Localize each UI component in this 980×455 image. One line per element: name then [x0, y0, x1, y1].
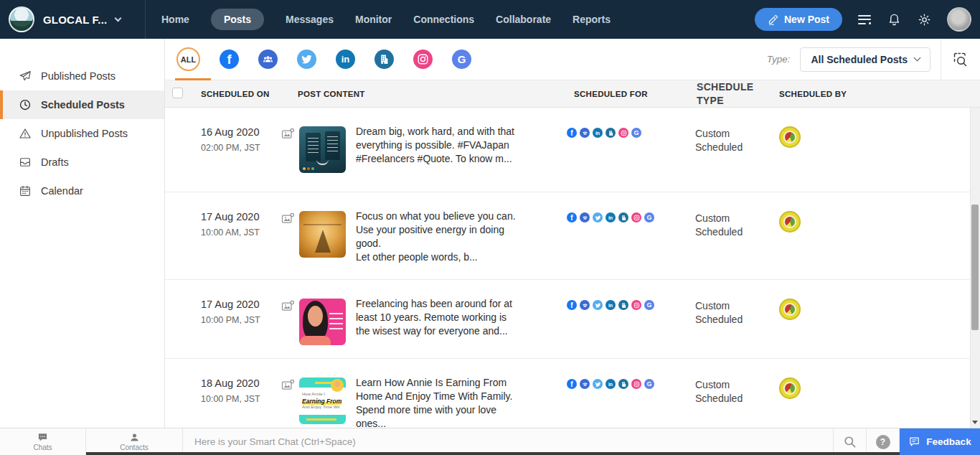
nav-posts[interactable]: Posts	[211, 9, 264, 30]
scrollbar-track[interactable]	[970, 108, 980, 428]
post-content-text[interactable]: Dream big, work hard, and with that ever…	[356, 125, 519, 166]
type-filter-area: Type: All Scheduled Posts	[767, 39, 970, 80]
type-dropdown[interactable]: All Scheduled Posts	[800, 47, 930, 72]
contacts-tab[interactable]: Contacts	[86, 428, 183, 455]
column-header-schedule-type: SCHEDULE TYPE	[695, 80, 778, 108]
column-header-post-content: POST CONTENT	[296, 90, 567, 98]
divider	[941, 39, 941, 80]
nav-monitor[interactable]: Monitor	[355, 14, 392, 25]
chats-tab[interactable]: Chats	[0, 428, 86, 455]
activity-log-icon[interactable]	[858, 15, 871, 24]
post-content-text[interactable]: Freelancing has been around for at least…	[356, 297, 519, 338]
nav-connections[interactable]: Connections	[413, 14, 474, 25]
facebook-icon	[567, 128, 577, 138]
post-thumbnail[interactable]	[299, 299, 346, 345]
post-thumbnail[interactable]	[299, 126, 346, 173]
search-posts-icon[interactable]	[951, 50, 970, 69]
help-button[interactable]	[867, 428, 900, 455]
facebook-group-icon	[580, 128, 590, 138]
sidebar-item-unpublished-posts[interactable]: Unpublished Posts	[0, 119, 164, 148]
smart-chat-input[interactable]	[193, 436, 833, 448]
facebook-group-icon[interactable]	[258, 50, 278, 69]
navbar-actions: New Post	[755, 7, 971, 32]
linkedin-icon[interactable]	[336, 50, 355, 69]
brand-name: GLOCAL F...	[43, 14, 107, 26]
post-thumbnail[interactable]	[299, 211, 346, 258]
post-content-text[interactable]: Focus on what you believe you can. Use y…	[356, 210, 519, 264]
nav-collaborate[interactable]: Collaborate	[496, 14, 551, 25]
post-row[interactable]: 17 Aug 2020 10:00 AM, JST Focus on what …	[165, 192, 980, 279]
linkedin-company-icon	[606, 128, 616, 138]
network-tabs: ALL	[176, 47, 471, 71]
post-content-text[interactable]: Learn How Annie Is Earning From Home And…	[356, 376, 519, 428]
instagram-icon[interactable]	[413, 50, 433, 69]
feedback-button[interactable]: Feedback	[900, 428, 980, 455]
new-post-button[interactable]: New Post	[755, 8, 842, 31]
select-all-checkbox[interactable]	[172, 88, 183, 98]
app-root: GLOCAL F... Home Posts Messages Monitor …	[0, 0, 980, 455]
facebook-group-icon	[580, 300, 590, 310]
sidebar-item-calendar[interactable]: Calendar	[0, 177, 164, 205]
post-row[interactable]: 18 Aug 2020 10:00 PM, JST How Annie I Ea…	[165, 358, 980, 428]
schedule-type: Custom Scheduled	[695, 127, 778, 154]
column-header-scheduled-for: SCHEDULED FOR	[567, 90, 695, 98]
instagram-icon	[631, 300, 641, 310]
google-my-business-icon[interactable]	[452, 50, 471, 69]
scheduled-for-networks	[567, 128, 695, 138]
linkedin-icon	[606, 379, 616, 389]
filter-tab-all[interactable]: ALL	[176, 47, 200, 71]
twitter-icon[interactable]	[297, 50, 316, 69]
main-nav: Home Posts Messages Monitor Connections …	[145, 0, 611, 39]
facebook-group-icon	[580, 212, 590, 222]
notifications-bell-icon[interactable]	[887, 12, 901, 27]
scheduled-time: 02:00 PM, JST	[201, 143, 281, 153]
schedule-type: Custom Scheduled	[695, 212, 778, 239]
scheduled-by-avatar	[779, 211, 801, 233]
facebook-group-icon	[580, 379, 590, 389]
chevron-down-icon	[115, 14, 122, 22]
facebook-icon	[567, 212, 577, 222]
paper-plane-icon	[19, 70, 32, 83]
scheduled-date: 18 Aug 2020	[201, 377, 281, 389]
linkedin-company-icon	[618, 212, 628, 222]
google-my-business-icon	[644, 212, 654, 222]
warning-triangle-icon	[19, 127, 32, 140]
scheduled-time: 10:00 PM, JST	[201, 394, 281, 404]
sidebar-item-drafts[interactable]: Drafts	[0, 148, 164, 177]
post-row[interactable]: 16 Aug 2020 02:00 PM, JST Dream big, wor…	[165, 108, 980, 192]
google-my-business-icon	[644, 379, 654, 389]
feedback-bubble-icon	[908, 436, 920, 448]
linkedin-icon	[606, 300, 616, 310]
pencil-icon	[768, 14, 778, 25]
nav-home[interactable]: Home	[161, 14, 189, 25]
smart-chat-bar: Chats Contacts Feedback	[0, 428, 980, 455]
linkedin-company-icon	[618, 300, 628, 310]
linkedin-company-icon	[618, 379, 628, 389]
settings-gear-icon[interactable]	[917, 12, 931, 27]
post-thumbnail[interactable]: How Annie I Earning From And Enjoy Time …	[299, 377, 346, 424]
scrollbar-thumb[interactable]	[971, 205, 979, 330]
brand-switcher[interactable]: GLOCAL F...	[9, 6, 145, 32]
post-row[interactable]: 17 Aug 2020 10:00 PM, JST Freelancing ha…	[165, 279, 980, 358]
window-edge	[86, 452, 900, 455]
scrollbar-down-arrow[interactable]	[972, 421, 978, 424]
active-tab-underline	[175, 78, 211, 80]
sidebar-item-scheduled-posts[interactable]: Scheduled Posts	[0, 90, 164, 119]
nav-reports[interactable]: Reports	[573, 14, 611, 25]
scheduled-by-avatar	[779, 299, 801, 320]
chevron-down-icon	[914, 55, 921, 62]
instagram-icon	[631, 379, 641, 389]
user-avatar[interactable]	[947, 7, 971, 32]
table-header: SCHEDULED ON POST CONTENT SCHEDULED FOR …	[165, 80, 980, 108]
scheduled-by-avatar	[779, 126, 801, 148]
scheduled-date: 17 Aug 2020	[201, 299, 281, 310]
network-filter-bar: ALL Type:	[165, 39, 980, 80]
nav-messages[interactable]: Messages	[286, 14, 334, 25]
linkedin-icon	[606, 212, 616, 222]
sidebar-item-published-posts[interactable]: Published Posts	[0, 62, 164, 90]
instagram-icon	[618, 128, 628, 138]
schedule-type: Custom Scheduled	[695, 378, 778, 405]
facebook-icon[interactable]	[220, 50, 239, 69]
linkedin-company-icon[interactable]	[374, 50, 394, 69]
chat-search-button[interactable]	[834, 428, 867, 455]
